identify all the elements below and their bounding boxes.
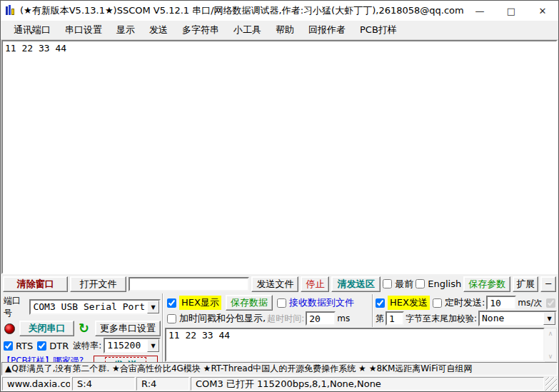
scroll-down-icon[interactable]: ∨ (548, 353, 553, 360)
app-icon (5, 5, 16, 16)
dtr-checkbox[interactable] (37, 341, 46, 351)
timeout-unit: ms (337, 313, 350, 323)
options-panel: HEX显示 保存数据 接收数据到文件 加时间戳和分包显示, 超时时间: ms H… (163, 293, 558, 362)
refresh-ports-icon[interactable]: ↻ (79, 323, 89, 334)
timeout-label: 超时时间: (267, 313, 304, 325)
timed-send-checkbox-label[interactable]: 定时发送: (433, 296, 485, 309)
collapse-button[interactable]: ─ (540, 276, 556, 292)
send-options-group: HEX发送 定时发送: ms/次 加回车换行 第 字节至末尾加校验: None … (373, 294, 558, 327)
received-count: R:4 (136, 377, 189, 391)
rts-checkbox-label[interactable]: RTS (4, 341, 33, 351)
clear-window-button[interactable]: 清除窗口 (3, 276, 68, 292)
menu-port-settings[interactable]: 串口设置 (58, 21, 109, 39)
crlf-checkbox-label[interactable]: 加回车换行 (546, 296, 558, 309)
website-link[interactable]: www.daxia.com (2, 377, 71, 391)
open-file-button[interactable]: 打开文件 (70, 276, 126, 292)
title-bar: (★有新版本V5.13.1★)SSCOM V5.12.1 串口/网络数据调试器,… (1, 1, 558, 21)
timestamp-checkbox-label[interactable]: 加时间戳和分包显示, (167, 312, 266, 325)
hex-display-checkbox-label[interactable]: HEX显示 (167, 296, 221, 310)
status-bar: www.daxia.com S:4 R:4 COM3 已打开 115200bps… (1, 376, 558, 391)
port-label: 端口号 (4, 295, 26, 319)
hex-send-checkbox[interactable] (376, 298, 385, 308)
ad-bar[interactable]: ▲Q群满员了,没有第二个群. ★合宙高性价比4G模块 ★RT-Thread中国人… (1, 362, 558, 376)
receive-data-area[interactable]: 11 22 33 44 (1, 40, 558, 274)
hex-display-checkbox[interactable] (167, 298, 176, 308)
port-status-text: COM3 已打开 115200bps,8,1,None,None (191, 377, 544, 391)
extend-button[interactable]: 扩展 (513, 276, 538, 292)
checksum-byte-input[interactable] (386, 311, 404, 326)
menu-multi-string[interactable]: 多字符串 (175, 21, 226, 39)
hex-send-checkbox-label[interactable]: HEX发送 (376, 296, 430, 310)
topmost-checkbox-label[interactable]: 最前 (383, 278, 413, 291)
menu-comm-port[interactable]: 通讯端口 (6, 21, 58, 39)
menu-send[interactable]: 发送 (142, 21, 175, 39)
stop-button[interactable]: 停止 (301, 276, 329, 292)
baud-label: 波特率: (73, 340, 101, 352)
menu-reward-author[interactable]: 回报作者 (301, 21, 353, 39)
more-port-settings-button[interactable]: 更多串口设置 (95, 321, 161, 336)
english-checkbox-label[interactable]: English (416, 278, 461, 289)
chevron-down-icon[interactable]: ▼ (147, 339, 159, 352)
file-path-input[interactable] (129, 277, 250, 291)
send-area-scrollbar[interactable]: ∧ ∨ (545, 328, 557, 362)
rts-checkbox[interactable] (4, 341, 13, 351)
sscom-window: (★有新版本V5.13.1★)SSCOM V5.12.1 串口/网络数据调试器,… (0, 0, 559, 392)
recv-to-file-checkbox-label[interactable]: 接收数据到文件 (277, 296, 354, 309)
interval-unit: ms/次 (518, 297, 542, 309)
timestamp-checkbox[interactable] (167, 314, 176, 323)
port-panel: 端口号 COM3 USB Serial Port ▼ 关闭串口 ↻ 更多串口设置… (1, 293, 163, 362)
menu-bar: 通讯端口 串口设置 显示 发送 多字符串 小工具 帮助 回报作者 PCB打样 (1, 21, 558, 40)
english-checkbox[interactable] (416, 279, 425, 288)
menu-tools[interactable]: 小工具 (226, 21, 268, 39)
recv-to-file-checkbox[interactable] (277, 298, 286, 308)
send-data-input[interactable]: 11 22 33 44 (165, 328, 545, 362)
crlf-checkbox[interactable] (546, 298, 555, 308)
resize-grip[interactable] (545, 377, 557, 391)
timed-send-checkbox[interactable] (433, 298, 442, 308)
scroll-up-icon[interactable]: ∧ (548, 330, 553, 337)
minimize-button[interactable]: — (464, 1, 495, 21)
port-open-led-icon (4, 323, 15, 334)
byte-prefix-label: 第 (376, 313, 384, 325)
interval-input[interactable] (486, 296, 516, 310)
menu-help[interactable]: 帮助 (268, 21, 301, 39)
timeout-input[interactable] (306, 311, 336, 326)
port-select[interactable]: COM3 USB Serial Port ▼ (29, 299, 161, 315)
maximize-button[interactable]: □ (495, 1, 527, 21)
menu-pcb-proto[interactable]: PCB打样 (353, 21, 404, 39)
close-button[interactable]: ✕ (527, 1, 558, 21)
sent-count: S:4 (72, 377, 135, 391)
topmost-checkbox[interactable] (383, 279, 392, 288)
window-title: (★有新版本V5.13.1★)SSCOM V5.12.1 串口/网络数据调试器,… (20, 4, 464, 17)
send-file-button[interactable]: 发送文件 (251, 276, 298, 292)
chevron-down-icon[interactable]: ▼ (147, 301, 159, 313)
control-section: 端口号 COM3 USB Serial Port ▼ 关闭串口 ↻ 更多串口设置… (1, 293, 558, 362)
dtr-checkbox-label[interactable]: DTR (37, 341, 69, 351)
checksum-label: 字节至末尾加校验: (406, 313, 477, 325)
checksum-select[interactable]: None ▼ (478, 311, 557, 326)
receive-options-group: HEX显示 保存数据 接收数据到文件 加时间戳和分包显示, 超时时间: ms (165, 294, 373, 327)
chevron-down-icon[interactable]: ▼ (543, 312, 555, 325)
menu-display[interactable]: 显示 (109, 21, 142, 39)
toolbar: 清除窗口 打开文件 发送文件 停止 清发送区 最前 English 保存参数 扩… (1, 274, 558, 293)
close-port-button[interactable]: 关闭串口 (19, 321, 74, 336)
save-params-button[interactable]: 保存参数 (463, 276, 510, 292)
clear-send-area-button[interactable]: 清发送区 (331, 276, 381, 292)
save-data-button[interactable]: 保存数据 (226, 295, 273, 311)
baud-select[interactable]: 115200 ▼ (104, 338, 161, 353)
